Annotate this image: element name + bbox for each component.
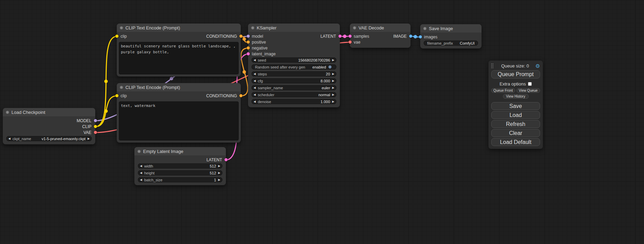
comfy-menu-panel[interactable]: Queue size: 0 ⚙ Queue Prompt Extra optio… <box>488 61 543 149</box>
view-queue-button[interactable]: View Queue <box>517 88 540 93</box>
decrement-arrow-icon[interactable]: ◀ <box>6 136 12 141</box>
increment-arrow-icon[interactable]: ▶ <box>86 136 92 141</box>
filename-prefix-widget[interactable]: filename_prefix ComfyUI <box>424 40 478 46</box>
node-title: CLIP Text Encode (Prompt) <box>125 25 180 30</box>
load-default-button[interactable]: Load Default <box>491 138 540 146</box>
decrement-arrow-icon[interactable]: ◀ <box>252 92 258 97</box>
negative-prompt-textarea[interactable]: text, watermark <box>119 101 239 141</box>
conditioning-output-dot[interactable] <box>239 94 242 97</box>
random-seed-toggle-widget[interactable]: Random seed after every gen enabled <box>252 64 336 70</box>
drag-handle-icon[interactable] <box>491 63 493 68</box>
model-input-dot[interactable] <box>247 35 250 38</box>
vae-output-dot[interactable] <box>94 131 97 134</box>
height-widget[interactable]: ◀ height 512 ▶ <box>138 170 222 175</box>
extra-options-checkbox[interactable] <box>528 82 532 86</box>
increment-arrow-icon[interactable]: ▶ <box>330 85 336 90</box>
widget-section: ◀ ckpt_name v1-5-pruned-emaonly.ckpt ▶ <box>3 135 95 144</box>
widget-label: seed <box>258 58 266 62</box>
node-clip-text-encode-negative[interactable]: CLIP Text Encode (Prompt) clip CONDITION… <box>117 83 241 143</box>
node-title: Empty Latent Image <box>143 149 183 154</box>
slot-row: model LATENT <box>248 33 340 39</box>
queue-buttons-row: Queue Front View Queue <box>491 88 540 93</box>
node-load-checkpoint[interactable]: Load Checkpoint MODEL CLIP VAE ◀ ckpt_na… <box>3 108 95 144</box>
decrement-arrow-icon[interactable]: ◀ <box>252 78 258 83</box>
latent-image-input-dot[interactable] <box>247 52 250 55</box>
vae-input-dot[interactable] <box>349 40 352 44</box>
input-slot-label: vae <box>354 40 360 45</box>
output-slot-label: VAE <box>83 130 91 135</box>
sampler-name-widget[interactable]: ◀ sampler_name euler ▶ <box>252 85 336 90</box>
node-title-bar[interactable]: Load Checkpoint <box>3 108 95 116</box>
increment-arrow-icon[interactable]: ▶ <box>216 177 222 182</box>
decrement-arrow-icon[interactable]: ◀ <box>252 57 258 63</box>
width-widget[interactable]: ◀ width 512 ▶ <box>138 163 222 169</box>
input-slot-label: positive <box>252 40 266 45</box>
decrement-arrow-icon[interactable]: ◀ <box>252 85 258 90</box>
node-status-dot-icon <box>120 86 123 89</box>
decrement-arrow-icon[interactable]: ◀ <box>252 71 258 76</box>
node-clip-text-encode-positive[interactable]: CLIP Text Encode (Prompt) clip CONDITION… <box>117 24 241 76</box>
steps-widget[interactable]: ◀ steps 20 ▶ <box>252 71 336 76</box>
samples-input-dot[interactable] <box>349 35 352 38</box>
load-button[interactable]: Load <box>491 111 540 119</box>
queue-front-button[interactable]: Queue Front <box>491 88 515 93</box>
image-output-dot[interactable] <box>409 35 412 38</box>
increment-arrow-icon[interactable]: ▶ <box>330 57 336 63</box>
view-history-row: View History <box>491 94 540 99</box>
positive-input-dot[interactable] <box>247 40 250 44</box>
model-output-dot[interactable] <box>94 119 97 122</box>
increment-arrow-icon[interactable]: ▶ <box>216 163 222 169</box>
negative-input-dot[interactable] <box>247 46 250 49</box>
increment-arrow-icon[interactable]: ▶ <box>330 99 336 104</box>
refresh-button[interactable]: Refresh <box>491 120 540 128</box>
node-title-bar[interactable]: CLIP Text Encode (Prompt) <box>117 83 241 91</box>
node-empty-latent-image[interactable]: Empty Latent Image LATENT ◀ width 512 ▶ … <box>134 147 226 185</box>
widget-value: ComfyUI <box>460 41 475 45</box>
node-graph-canvas[interactable]: CLIP Text Encode (Prompt) clip CONDITION… <box>0 0 644 244</box>
ckpt-name-widget[interactable]: ◀ ckpt_name v1-5-pruned-emaonly.ckpt ▶ <box>6 136 92 141</box>
seed-widget[interactable]: ◀ seed 156680208700286 ▶ <box>252 57 336 63</box>
node-title-bar[interactable]: KSampler <box>248 24 340 32</box>
batch-size-widget[interactable]: ◀ batch_size 1 ▶ <box>138 177 222 182</box>
clip-input-dot[interactable] <box>115 94 118 97</box>
cfg-widget[interactable]: ◀ cfg 8.000 ▶ <box>252 78 336 83</box>
latent-output-dot[interactable] <box>338 35 342 38</box>
settings-gear-icon[interactable]: ⚙ <box>536 63 540 69</box>
latent-output-dot[interactable] <box>224 158 228 161</box>
node-title-bar[interactable]: Empty Latent Image <box>134 147 226 155</box>
queue-prompt-button[interactable]: Queue Prompt <box>491 70 540 79</box>
node-title-bar[interactable]: Save Image <box>420 24 482 33</box>
view-history-button[interactable]: View History <box>503 94 529 99</box>
scheduler-widget[interactable]: ◀ scheduler normal ▶ <box>252 92 336 97</box>
clip-output-dot[interactable] <box>94 125 97 128</box>
increment-arrow-icon[interactable]: ▶ <box>330 71 336 76</box>
conditioning-output-dot[interactable] <box>239 35 242 38</box>
node-ksampler[interactable]: KSampler model LATENT positive negative … <box>248 24 340 107</box>
node-save-image[interactable]: Save Image images filename_prefix ComfyU… <box>420 24 482 48</box>
slot-section: clip CONDITIONING <box>117 91 241 99</box>
clear-button[interactable]: Clear <box>491 129 540 137</box>
decrement-arrow-icon[interactable]: ◀ <box>138 163 144 169</box>
save-button[interactable]: Save <box>491 102 540 110</box>
widget-section: ◀ width 512 ▶ ◀ height 512 ▶ ◀ batch_siz… <box>134 163 226 185</box>
widget-value: enabled <box>312 65 326 69</box>
node-title-bar[interactable]: VAE Decode <box>350 24 411 32</box>
decrement-arrow-icon[interactable]: ◀ <box>138 170 144 175</box>
widget-value: 1.000 <box>320 100 330 104</box>
positive-prompt-textarea[interactable]: beautiful scenery nature glass bottle la… <box>119 42 239 74</box>
widget-label: ckpt_name <box>12 137 31 141</box>
decrement-arrow-icon[interactable]: ◀ <box>252 99 258 104</box>
node-vae-decode[interactable]: VAE Decode samples IMAGE vae <box>350 24 411 48</box>
increment-arrow-icon[interactable]: ▶ <box>330 92 336 97</box>
increment-arrow-icon[interactable]: ▶ <box>330 78 336 83</box>
images-input-dot[interactable] <box>419 35 422 38</box>
toggle-indicator-icon[interactable] <box>328 65 332 69</box>
slot-row: negative <box>248 45 340 51</box>
decrement-arrow-icon[interactable]: ◀ <box>138 177 144 182</box>
widget-label: steps <box>258 72 267 76</box>
increment-arrow-icon[interactable]: ▶ <box>216 170 222 175</box>
node-title-bar[interactable]: CLIP Text Encode (Prompt) <box>117 24 241 32</box>
denoise-widget[interactable]: ◀ denoise 1.000 ▶ <box>252 99 336 104</box>
node-status-dot-icon <box>251 26 254 29</box>
clip-input-dot[interactable] <box>115 35 118 38</box>
